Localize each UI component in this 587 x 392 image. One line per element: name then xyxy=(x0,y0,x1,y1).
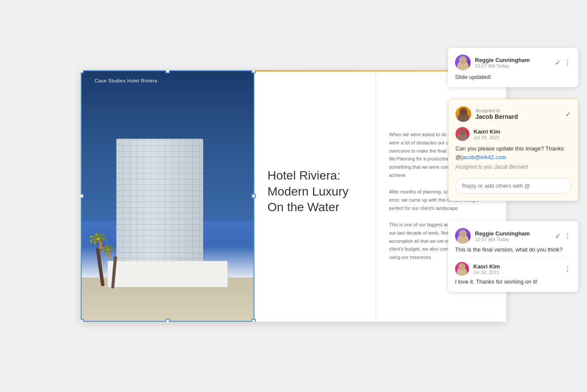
handle-bottom-left[interactable] xyxy=(81,319,84,322)
comment-body-kaori: Can you please update this image? Thanks… xyxy=(455,144,571,170)
author-info-kaori: Kaori Kim Jul 18, 2021 xyxy=(474,128,571,140)
slide-image-label: Case Studies Hotel Riviera xyxy=(95,78,157,83)
palm-crown-2: 🌴 xyxy=(100,244,115,258)
comment-message-reggie-2: This is the final version, what do you t… xyxy=(455,246,571,253)
comment-actions-kaori-2: ⋮ xyxy=(564,265,571,273)
avatar-kaori-2 xyxy=(455,262,469,276)
assigned-info: Assigned to Jacob Bernard xyxy=(475,108,518,120)
palm-trunk-2 xyxy=(111,256,117,288)
handle-middle-left[interactable] xyxy=(81,194,84,198)
handle-top-left[interactable] xyxy=(81,70,84,73)
slide-image-panel[interactable]: 🌴 🌴 Case Studies Hotel Riviera xyxy=(81,70,254,322)
comment-message-1: Slide updated! xyxy=(455,74,571,80)
slide-wrapper: 🌴 🌴 Case Studies Hotel Riviera xyxy=(81,70,506,322)
author-info-kaori-2: Kaori Kim Jul 18, 2021 xyxy=(473,263,564,275)
slide-title: Hotel Riviera: Modern Luxury On the Wate… xyxy=(267,168,363,215)
handle-top-center[interactable] xyxy=(165,70,170,73)
palm-tree-2: 🌴 xyxy=(103,232,125,288)
comment-thread-expanded: Assigned to Jacob Bernard ✓ Kaori Kim Ju… xyxy=(448,99,578,201)
slide-middle: Hotel Riviera: Modern Luxury On the Wate… xyxy=(254,70,376,322)
author-info-1: Reggie Cunningham 10:57 AM Today xyxy=(475,57,555,69)
comment-header-1: Reggie Cunningham 10:57 AM Today ✓ ⋮ xyxy=(455,55,571,70)
handle-bottom-center[interactable] xyxy=(165,319,170,322)
main-container: 🌴 🌴 Case Studies Hotel Riviera xyxy=(0,0,587,392)
more-icon-3[interactable]: ⋮ xyxy=(564,265,571,273)
assigned-check: ✓ xyxy=(565,110,571,118)
comment-actions-1: ✓ ⋮ xyxy=(555,59,571,67)
comment-time-kaori-2: Jul 18, 2021 xyxy=(473,270,564,275)
author-name-kaori: Kaori Kim xyxy=(474,128,571,135)
comment-time-1: 10:57 AM Today xyxy=(475,63,555,69)
comment-message-kaori: Can you please update this image? Thanks… xyxy=(455,144,571,161)
building-base xyxy=(108,261,228,287)
comment-thread-bottom: Reggie Cunningham 10:57 AM Today ✓ ⋮ Thi… xyxy=(448,221,578,292)
comment-time-kaori: Jul 18, 2021 xyxy=(474,135,571,140)
assigned-label: Assigned to xyxy=(475,108,518,113)
comment-header-reggie-2: Reggie Cunningham 10:57 AM Today ✓ ⋮ xyxy=(455,228,571,244)
handle-middle-right[interactable] xyxy=(251,194,256,198)
avatar-kaori-1 xyxy=(455,127,469,141)
check-icon-assigned[interactable]: ✓ xyxy=(565,111,571,118)
assigned-name: Jacob Bernard xyxy=(475,113,518,120)
more-icon-1[interactable]: ⋮ xyxy=(564,59,571,67)
assigned-note: Assigned to you Jacob Bernard xyxy=(455,164,571,170)
author-info-reggie-2: Reggie Cunningham 10:57 AM Today xyxy=(475,230,555,242)
comment-header-kaori: Kaori Kim Jul 18, 2021 xyxy=(455,127,571,141)
handle-bottom-right[interactable] xyxy=(251,319,256,322)
more-icon-2[interactable]: ⋮ xyxy=(564,232,571,240)
avatar-reggie-1 xyxy=(455,55,471,70)
slide-image: 🌴 🌴 Case Studies Hotel Riviera xyxy=(82,71,254,321)
comment-actions-bottom: ✓ ⋮ xyxy=(555,232,571,240)
mention-link[interactable]: jacob@ink42.com xyxy=(461,154,506,160)
comment-message-kaori-2: I love it. Thanks for working on it! xyxy=(455,278,571,285)
comment-thread-top: Reggie Cunningham 10:57 AM Today ✓ ⋮ Sli… xyxy=(448,48,578,87)
assigned-header: Assigned to Jacob Bernard ✓ xyxy=(455,106,571,122)
divider xyxy=(455,257,571,258)
author-name-kaori-2: Kaori Kim xyxy=(473,263,564,270)
avatar-reggie-2 xyxy=(455,228,471,244)
author-name-reggie-2: Reggie Cunningham xyxy=(475,230,555,237)
check-icon-1[interactable]: ✓ xyxy=(555,59,561,67)
comment-time-reggie-2: 10:57 AM Today xyxy=(475,237,555,242)
avatar-jacob xyxy=(455,106,471,122)
check-icon-2[interactable]: ✓ xyxy=(555,232,561,240)
comment-header-kaori-2: Kaori Kim Jul 18, 2021 ⋮ xyxy=(455,262,571,276)
reply-input[interactable] xyxy=(455,178,571,194)
author-name-1: Reggie Cunningham xyxy=(475,57,555,63)
